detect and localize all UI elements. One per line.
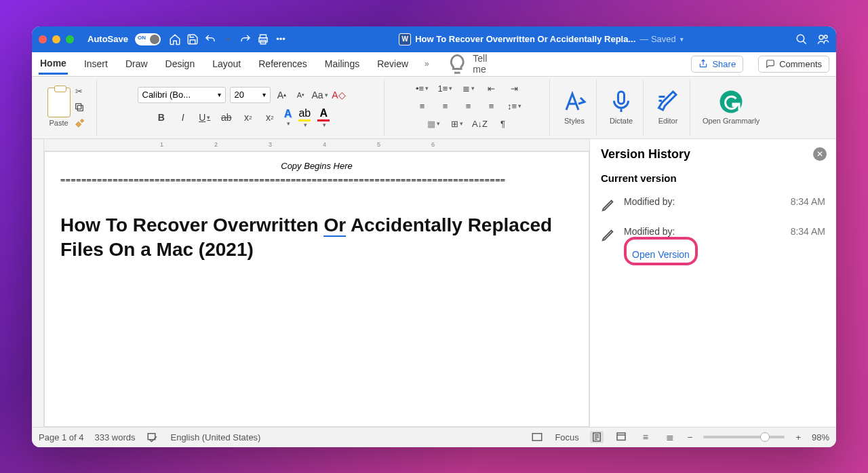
document-area: 1 2 3 4 5 6 Copy Begins Here ===========… [32, 139, 589, 427]
font-name-select[interactable]: Calibri (Bo...▾ [138, 87, 226, 103]
vertical-ruler[interactable] [32, 139, 44, 427]
version-entry[interactable]: Modified by: 8:34 AM [601, 189, 825, 219]
multilevel-list-icon[interactable]: ≣ [461, 81, 476, 96]
svg-point-5 [825, 35, 828, 39]
cut-icon[interactable]: ✂ [73, 86, 85, 96]
tab-draw[interactable]: Draw [124, 54, 149, 73]
copy-icon[interactable] [73, 102, 85, 113]
dictate-group[interactable]: Dictate [599, 79, 644, 136]
tell-me[interactable]: Tell me [444, 48, 490, 80]
document-title[interactable]: W How To Recover Overwritten Or Accident… [292, 33, 790, 45]
shading-icon[interactable]: ▦ [427, 116, 441, 131]
subscript-button[interactable]: x2 [241, 110, 256, 125]
undo-dropdown[interactable] [222, 33, 234, 45]
autosave-toggle[interactable]: ON [135, 33, 161, 45]
tab-home[interactable]: Home [39, 54, 68, 75]
increase-indent-icon[interactable]: ⇥ [507, 81, 522, 96]
tab-layout[interactable]: Layout [211, 54, 242, 73]
save-icon[interactable] [186, 33, 199, 45]
clear-format-icon[interactable]: A◇ [332, 88, 347, 102]
maximize-window[interactable] [66, 35, 74, 43]
svg-rect-6 [77, 105, 83, 111]
modified-by-label: Modified by: [624, 226, 783, 237]
version-history-title: Version History [601, 147, 825, 162]
search-icon[interactable] [795, 33, 808, 45]
view-web-icon[interactable] [614, 431, 628, 443]
font-color-icon[interactable]: A [317, 107, 330, 128]
overflow-tabs-icon[interactable]: » [425, 59, 429, 69]
more-icon[interactable]: ••• [275, 33, 287, 45]
italic-button[interactable]: I [176, 110, 191, 125]
show-marks-icon[interactable]: ¶ [496, 116, 511, 131]
text-effects-icon[interactable]: A [284, 108, 292, 127]
tab-insert[interactable]: Insert [83, 54, 109, 73]
grammarly-group[interactable]: Open Grammarly [693, 79, 769, 136]
tab-references[interactable]: References [257, 54, 309, 73]
word-count[interactable]: 333 words [95, 432, 136, 442]
bullets-icon[interactable]: •≡ [415, 81, 430, 96]
justify-icon[interactable]: ≡ [484, 98, 499, 113]
borders-icon[interactable]: ⊞ [450, 116, 465, 131]
redo-icon[interactable] [239, 33, 252, 45]
change-case-icon[interactable]: Aa [313, 88, 328, 102]
pencil-icon [601, 227, 616, 242]
styles-group[interactable]: Styles [553, 79, 597, 136]
superscript-button[interactable]: x2 [262, 110, 277, 125]
print-icon[interactable] [257, 33, 269, 45]
tab-review[interactable]: Review [376, 54, 410, 73]
view-draft-icon[interactable]: ≣ [663, 431, 677, 443]
focus-label[interactable]: Focus [555, 432, 578, 442]
separator-line: ========================================… [60, 175, 573, 185]
bold-button[interactable]: B [154, 110, 169, 125]
horizontal-ruler[interactable]: 1 2 3 4 5 6 [44, 139, 589, 151]
current-version-label: Current version [601, 172, 825, 184]
zoom-slider[interactable] [703, 436, 785, 438]
language-status[interactable]: English (United States) [170, 432, 260, 442]
numbering-icon[interactable]: 1≡ [438, 81, 453, 96]
ribbon-tabs: Home Insert Draw Design Layout Reference… [32, 52, 836, 77]
spellcheck-icon[interactable] [146, 431, 159, 443]
zoom-in[interactable]: + [795, 432, 801, 442]
document-heading: How To Recover Overwritten Or Accidental… [60, 213, 573, 263]
font-size-select[interactable]: 20▾ [230, 87, 271, 103]
comments-button[interactable]: Comments [758, 56, 829, 73]
paste-label: Paste [49, 119, 68, 127]
sort-icon[interactable]: A↓Z [473, 116, 488, 131]
minimize-window[interactable] [52, 35, 60, 43]
tab-design[interactable]: Design [164, 54, 197, 73]
editor-icon [656, 90, 680, 114]
account-icon[interactable] [817, 33, 829, 45]
status-bar: Page 1 of 4 333 words English (United St… [32, 427, 836, 447]
close-pane-icon[interactable]: ✕ [813, 147, 827, 161]
focus-icon[interactable] [530, 431, 544, 443]
close-window[interactable] [39, 35, 47, 43]
page-count[interactable]: Page 1 of 4 [39, 432, 84, 442]
share-button[interactable]: Share [691, 56, 743, 73]
view-outline-icon[interactable]: ≡ [639, 431, 652, 443]
undo-icon[interactable] [204, 33, 216, 45]
view-print-icon[interactable] [590, 431, 604, 443]
open-version-link[interactable]: Open Version [632, 249, 690, 260]
zoom-out[interactable]: − [688, 432, 693, 442]
home-icon[interactable] [169, 33, 181, 45]
version-entry[interactable]: Modified by: Open Version 8:34 AM [601, 219, 825, 272]
editor-group[interactable]: Editor [646, 79, 690, 136]
align-center-icon[interactable]: ≡ [438, 98, 453, 113]
pencil-icon [601, 197, 616, 212]
line-spacing-icon[interactable]: ↕≡ [507, 98, 522, 113]
paste-icon[interactable] [47, 88, 71, 117]
underline-button[interactable]: U [197, 110, 212, 125]
tab-mailings[interactable]: Mailings [323, 54, 361, 73]
svg-point-4 [819, 35, 823, 39]
document-page[interactable]: Copy Begins Here =======================… [44, 151, 589, 427]
decrease-indent-icon[interactable]: ⇤ [484, 81, 499, 96]
align-left-icon[interactable]: ≡ [415, 98, 430, 113]
grow-font-icon[interactable]: A▴ [275, 88, 290, 102]
strikethrough-button[interactable]: ab [219, 110, 234, 125]
highlight-color-icon[interactable]: ab [298, 107, 311, 128]
app-window: AutoSave ON ••• W How To Recover Overwri… [32, 26, 836, 447]
align-right-icon[interactable]: ≡ [461, 98, 476, 113]
format-painter-icon[interactable] [73, 118, 85, 129]
zoom-level[interactable]: 98% [812, 432, 829, 442]
shrink-font-icon[interactable]: A▾ [294, 88, 309, 102]
